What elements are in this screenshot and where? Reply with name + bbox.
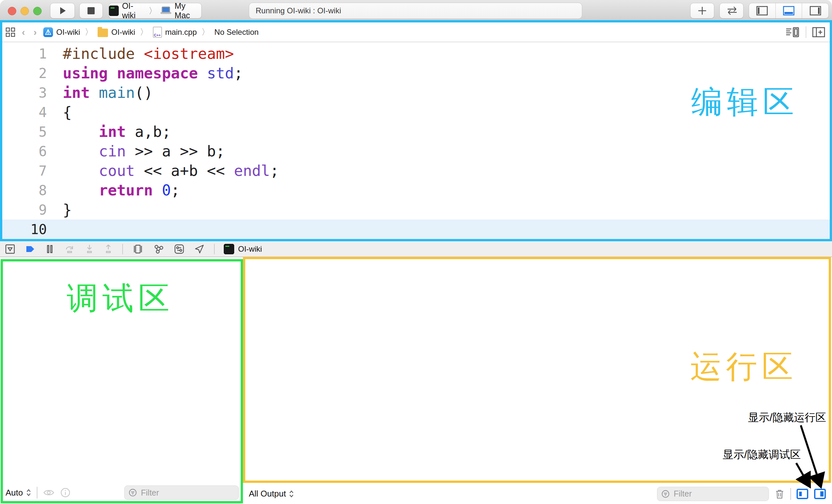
zoom-window-button[interactable] — [33, 7, 42, 15]
code-text: cout << a+b << endl; — [47, 162, 279, 180]
line-number: 4 — [2, 104, 47, 120]
variables-filter-field[interactable] — [124, 485, 239, 500]
toggle-navigator-button[interactable] — [749, 3, 775, 18]
output-selector[interactable]: All Output — [249, 489, 294, 499]
code-line[interactable]: 9} — [2, 200, 830, 219]
code-line[interactable]: 5 int a,b; — [2, 122, 830, 141]
console-filter-input[interactable] — [673, 489, 765, 499]
plus-icon — [697, 6, 707, 16]
breadcrumb-group-label: OI-wiki — [111, 28, 135, 37]
filter-icon — [128, 488, 137, 498]
play-icon — [57, 6, 67, 16]
line-number: 7 — [2, 163, 47, 179]
code-editor[interactable]: 1#include <iostream>2using namespace std… — [2, 42, 830, 239]
line-number: 6 — [2, 143, 47, 159]
laptop-icon — [160, 6, 172, 15]
activity-status-text: Running OI-wiki : OI-wiki — [256, 6, 341, 15]
code-line[interactable]: 8 return 0; — [2, 181, 830, 200]
hide-debug-area-icon[interactable] — [4, 243, 16, 255]
panel-toggle-group — [749, 3, 829, 19]
jump-bar: ‹ › OI-wiki 〉 OI-wiki 〉 C++ main.cpp 〉 — [2, 22, 830, 42]
forward-chevron-icon[interactable]: › — [31, 27, 39, 38]
code-line[interactable]: 6 cin >> a >> b; — [2, 141, 830, 161]
activity-viewer: Running OI-wiki : OI-wiki — [249, 3, 582, 19]
stop-button[interactable] — [79, 3, 103, 19]
left-right-arrows-icon — [725, 6, 738, 16]
code-line[interactable]: 2using namespace std; — [2, 63, 830, 83]
left-panel-icon — [756, 6, 768, 16]
line-number: 10 — [2, 221, 47, 237]
stop-icon — [87, 7, 95, 15]
console-filter-field[interactable] — [657, 487, 769, 501]
editor-area: ‹ › OI-wiki 〉 OI-wiki 〉 C++ main.cpp 〉 — [0, 20, 832, 241]
breadcrumb-file-label: main.cpp — [165, 28, 197, 37]
scheme-target-label: OI-wiki — [122, 1, 146, 20]
app-scheme-icon — [109, 5, 119, 16]
bottom-panel-icon-active — [783, 6, 795, 16]
line-number: 3 — [2, 85, 47, 101]
pause-execution-icon[interactable] — [45, 243, 55, 255]
variables-filter-input[interactable] — [140, 488, 235, 498]
line-number: 1 — [2, 46, 47, 62]
divider — [122, 244, 123, 254]
breadcrumb-separator-icon: 〉 — [140, 26, 148, 38]
clear-console-trash-icon[interactable] — [774, 488, 785, 500]
divider — [37, 487, 37, 499]
variables-panel-icon — [796, 488, 809, 500]
code-line[interactable]: 1#include <iostream> — [2, 44, 830, 63]
toggle-inspector-button[interactable] — [802, 3, 828, 18]
environment-overrides-icon[interactable] — [174, 243, 185, 255]
scheme-destination-label: My Mac — [175, 1, 201, 20]
line-number: 5 — [2, 124, 47, 140]
breadcrumb-file[interactable]: C++ main.cpp — [153, 27, 197, 38]
code-text: int main() — [47, 84, 153, 102]
simulate-location-icon[interactable] — [194, 243, 205, 255]
info-icon[interactable] — [60, 487, 71, 498]
divider — [806, 26, 806, 38]
code-text: } — [47, 201, 72, 218]
process-label: OI-wiki — [238, 244, 262, 254]
quicklook-eye-icon[interactable] — [43, 488, 55, 497]
breadcrumb-project[interactable]: OI-wiki — [43, 27, 80, 37]
library-add-button[interactable] — [690, 3, 714, 19]
memory-graph-icon[interactable] — [153, 243, 164, 255]
code-text: cin >> a >> b; — [47, 142, 225, 160]
annotation-toggle-run: 显示/隐藏运行区 — [748, 410, 826, 425]
code-review-button[interactable] — [720, 3, 744, 19]
toggle-debug-area-button[interactable] — [775, 3, 802, 18]
step-over-icon[interactable] — [64, 243, 75, 255]
folder-icon — [98, 29, 108, 37]
view-hierarchy-icon[interactable] — [132, 243, 144, 255]
toggle-variables-view-button[interactable] — [796, 488, 809, 500]
breakpoints-toggle-icon[interactable] — [25, 243, 36, 255]
code-text: return 0; — [47, 181, 180, 199]
process-app-icon — [224, 244, 234, 254]
back-chevron-icon[interactable]: ‹ — [20, 27, 27, 38]
console-bar: All Output — [243, 483, 832, 504]
add-editor-icon[interactable] — [812, 26, 825, 38]
close-window-button[interactable] — [8, 7, 16, 15]
line-number: 8 — [2, 182, 47, 198]
line-number: 2 — [2, 65, 47, 81]
step-out-icon[interactable] — [103, 243, 113, 255]
right-panel-icon — [810, 6, 821, 16]
scheme-selector[interactable]: OI-wiki 〉 My Mac — [109, 3, 202, 19]
filter-icon — [661, 489, 670, 499]
toggle-console-view-button[interactable] — [814, 488, 826, 500]
code-line[interactable]: 10 — [2, 219, 830, 239]
cpp-file-icon: C++ — [153, 27, 162, 38]
run-button[interactable] — [50, 3, 75, 19]
debug-toolbar: OI-wiki — [0, 241, 832, 257]
breadcrumb-selection-label[interactable]: No Selection — [214, 28, 259, 37]
related-items-icon[interactable] — [5, 27, 15, 37]
annotation-toggle-debug: 显示/隐藏调试区 — [723, 447, 801, 462]
breadcrumb-group[interactable]: OI-wiki — [98, 27, 135, 37]
code-line[interactable]: 7 cout << a+b << endl; — [2, 161, 830, 181]
process-selector[interactable]: OI-wiki — [224, 244, 262, 254]
minimize-window-button[interactable] — [21, 7, 29, 15]
editor-options-icon[interactable] — [785, 26, 800, 38]
scope-selector[interactable]: Auto — [5, 488, 31, 498]
window-titlebar: OI-wiki 〉 My Mac Running OI-wiki : OI-wi… — [0, 0, 832, 22]
variables-view-bar: Auto — [5, 485, 239, 500]
step-into-icon[interactable] — [84, 243, 94, 255]
